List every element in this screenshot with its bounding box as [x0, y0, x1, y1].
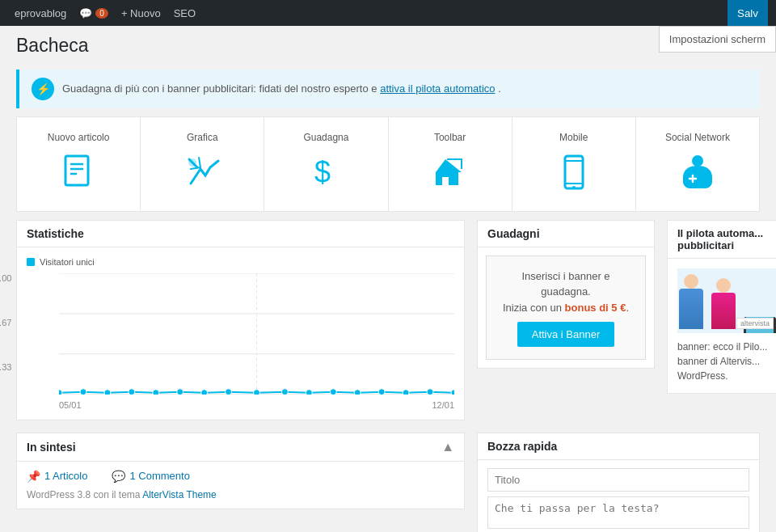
svg-point-24 — [254, 390, 260, 395]
tile-social-network[interactable]: Social Network — [636, 117, 759, 211]
svg-point-29 — [378, 389, 385, 395]
svg-point-23 — [226, 389, 232, 395]
statistiche-widget: Statistiche Visitatori unici 1.00 0.67 0… — [16, 220, 465, 420]
tile-toolbar[interactable]: Toolbar — [389, 117, 512, 211]
legend-label: Visitatori unici — [40, 257, 95, 267]
tile-label-social: Social Network — [665, 132, 730, 143]
admin-bar-seo[interactable]: SEO — [167, 0, 202, 26]
svg-point-31 — [427, 389, 433, 395]
bozza-content-input[interactable] — [487, 496, 749, 529]
x-label-1: 05/01 — [59, 400, 82, 410]
svg-rect-0 — [65, 156, 88, 185]
articolo-link[interactable]: 1 Articolo — [44, 470, 87, 482]
admin-bar-site[interactable]: eprovablog — [8, 0, 73, 26]
tile-mobile[interactable]: Mobile — [512, 117, 636, 211]
statistiche-column: Statistiche Visitatori unici 1.00 0.67 0… — [16, 220, 465, 433]
y-label-1: 1.00 — [0, 273, 11, 283]
tile-label-grafica: Grafica — [187, 132, 218, 143]
svg-point-21 — [177, 389, 183, 395]
altervista-badge: altervista — [736, 318, 774, 329]
chart-x-labels: 05/01 12/01 — [59, 400, 454, 410]
bozza-title: Bozza rapida — [487, 440, 557, 453]
admin-bar-right: Salv — [728, 0, 768, 26]
pilota-widget: Il pilota automa... pubblicitari — [667, 220, 776, 394]
in-sintesi-body: 📌 1 Articolo 💬 1 Commento WordPress 3.8 … — [17, 462, 464, 509]
articolo-item: 📌 1 Articolo — [27, 470, 87, 483]
nuovo-articolo-icon — [59, 153, 98, 196]
svg-point-22 — [201, 390, 208, 395]
seo-label: SEO — [174, 7, 196, 19]
save-button[interactable]: Salv — [728, 0, 768, 26]
svg-point-16 — [59, 390, 62, 395]
in-sintesi-footer: WordPress 3.8 con il tema AlterVista The… — [27, 489, 454, 500]
screen-options-dropdown: Impostazioni scherm — [659, 26, 776, 53]
svg-point-26 — [306, 390, 312, 395]
notice-banner: ⚡ Guadagna di più con i banner pubblicit… — [16, 70, 760, 108]
svg-point-25 — [281, 389, 288, 395]
comment-count: 0 — [95, 8, 108, 19]
guadagna-icon: $ — [306, 153, 345, 196]
tile-grafica[interactable]: Grafica — [141, 117, 264, 211]
guadagni-inner: Inserisci i banner e guadagna. Inizia co… — [486, 255, 646, 361]
admin-bar-new[interactable]: + Nuovo — [115, 0, 167, 26]
pilota-body: altervista banner: ecco il Pilo... banne… — [668, 259, 776, 393]
notice-link[interactable]: attiva il pilota automatico — [380, 82, 495, 95]
comment-icon: 💬 — [79, 7, 92, 19]
pilota-desc: banner: ecco il Pilo... banner di Alterv… — [677, 340, 776, 383]
toolbar-icon — [431, 153, 470, 196]
articolo-icon: 📌 — [27, 470, 40, 483]
tile-guadagna[interactable]: Guadagna $ — [264, 117, 388, 211]
statistiche-header: Statistiche — [17, 221, 464, 247]
theme-link[interactable]: AlterVista Theme — [142, 489, 217, 500]
svg-point-9 — [572, 186, 576, 189]
collapse-button[interactable]: ▲ — [441, 440, 454, 454]
grafica-icon — [183, 153, 221, 196]
x-label-2: 12/01 — [432, 400, 454, 410]
tile-nuovo-articolo[interactable]: Nuovo articolo — [17, 117, 141, 211]
activate-banner-button[interactable]: Attiva i Banner — [517, 322, 615, 347]
in-sintesi-column: In sintesi ▲ 📌 1 Articolo 💬 1 Commento W… — [16, 433, 465, 521]
page-title: Bacheca — [16, 34, 760, 58]
bozza-header: Bozza rapida — [478, 433, 759, 460]
svg-point-18 — [104, 390, 111, 395]
notice-text: Guadagna di più con i banner pubblicitar… — [62, 82, 501, 95]
bozza-column: Bozza rapida — [477, 433, 760, 532]
svg-text:$: $ — [314, 155, 331, 188]
chart-container: 1.00 0.67 0.33 — [27, 273, 454, 410]
commento-item: 💬 1 Commento — [112, 470, 189, 483]
guadagni-bonus: bonus di 5 € — [565, 302, 626, 314]
guadagni-widget: Guadagni Inserisci i banner e guadagna. … — [477, 220, 655, 369]
bozza-title-input[interactable] — [487, 468, 749, 492]
svg-point-27 — [330, 389, 336, 395]
stat-legend: Visitatori unici — [27, 257, 454, 267]
notice-icon: ⚡ — [32, 78, 54, 100]
in-sintesi-title: In sintesi — [27, 441, 76, 454]
y-label-3: 0.33 — [0, 362, 11, 372]
in-sintesi-links: 📌 1 Articolo 💬 1 Commento — [27, 470, 454, 483]
site-name: eprovablog — [15, 7, 66, 19]
screen-options-label: Impostazioni scherm — [669, 33, 765, 45]
new-label: + Nuovo — [121, 7, 161, 19]
chart-svg — [59, 273, 454, 395]
tile-label-mobile: Mobile — [559, 132, 588, 143]
pilota-column: Il pilota automa... pubblicitari — [667, 220, 776, 406]
commento-icon: 💬 — [112, 470, 125, 483]
svg-point-10 — [692, 155, 703, 167]
pilota-header: Il pilota automa... pubblicitari — [668, 221, 776, 259]
guadagni-title: Guadagni — [487, 227, 540, 240]
social-network-icon — [678, 153, 717, 196]
char-2 — [711, 293, 736, 329]
admin-bar: eprovablog 💬 0 + Nuovo SEO Salv — [0, 0, 776, 26]
tile-label-toolbar: Toolbar — [434, 132, 466, 143]
guadagni-body: Inserisci i banner e guadagna. Inizia co… — [478, 247, 654, 369]
mobile-icon — [555, 153, 593, 196]
svg-point-28 — [354, 390, 361, 395]
guadagni-header: Guadagni — [478, 221, 654, 247]
pilota-title: Il pilota automa... pubblicitari — [677, 227, 763, 251]
pilota-image: altervista — [677, 268, 776, 333]
commento-link[interactable]: 1 Commento — [129, 470, 189, 482]
svg-point-32 — [451, 390, 454, 395]
svg-point-30 — [403, 390, 409, 395]
guadagni-column: Guadagni Inserisci i banner e guadagna. … — [477, 220, 655, 382]
admin-bar-comments[interactable]: 💬 0 — [73, 0, 115, 26]
